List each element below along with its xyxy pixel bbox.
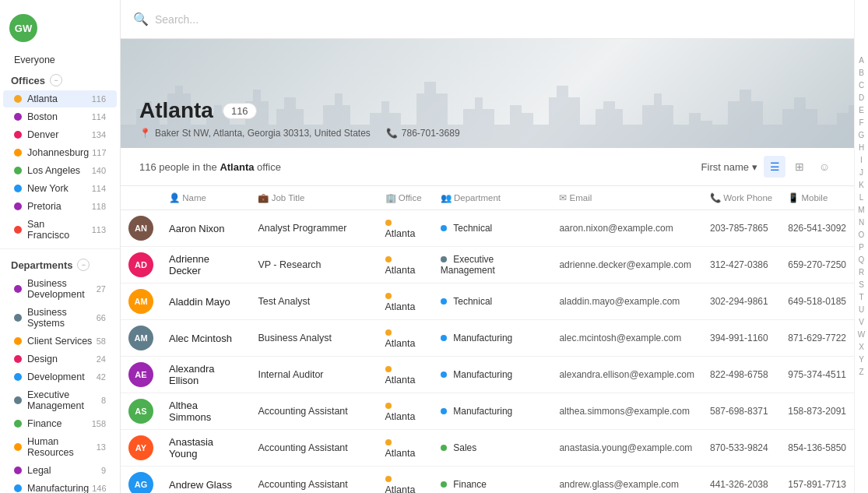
- col-department[interactable]: 👥 Department: [433, 186, 552, 210]
- table-row[interactable]: AG Andrew Glass Accounting Assistant Atl…: [121, 467, 854, 494]
- sidebar-item-dept-executive-management[interactable]: Executive Management 8: [3, 386, 117, 414]
- avatar-cell: AM: [121, 283, 161, 320]
- table-row[interactable]: AM Alec Mcintosh Business Analyst Atlant…: [121, 320, 854, 357]
- alpha-letter-l[interactable]: L: [859, 192, 864, 204]
- alpha-letter-z[interactable]: Z: [859, 366, 863, 379]
- alpha-letter-k[interactable]: K: [859, 179, 864, 192]
- sidebar-item-office-johannesburg[interactable]: Johannesburg 117: [3, 144, 117, 161]
- table-row[interactable]: AE Alexandra Ellison Internal Auditor At…: [121, 357, 854, 393]
- departments-collapse-icon[interactable]: −: [77, 259, 90, 271]
- dept-name: Client Services: [27, 336, 93, 347]
- sidebar-item-dept-design[interactable]: Design 24: [3, 350, 117, 368]
- office-title-row: Atlanta 116: [139, 98, 835, 123]
- alpha-letter-e[interactable]: E: [859, 104, 864, 117]
- mobile-cell: 659-270-7250: [780, 247, 854, 283]
- dept-name: Business Development: [27, 278, 93, 300]
- alpha-letter-u[interactable]: U: [859, 304, 864, 316]
- office-count: 114: [92, 112, 106, 121]
- sidebar-item-dept-human-resources[interactable]: Human Resources 13: [3, 433, 117, 461]
- office-address: 📍 Baker St NW, Atlanta, Georgia 30313, U…: [139, 128, 371, 139]
- alpha-letter-g[interactable]: G: [859, 129, 865, 142]
- col-office[interactable]: 🏢 Office: [378, 186, 433, 210]
- dept-name: Manufacturing: [27, 483, 89, 493]
- alpha-letter-o[interactable]: O: [859, 229, 865, 241]
- name-cell: Adrienne Decker: [161, 247, 250, 283]
- alpha-letter-n[interactable]: N: [859, 217, 864, 229]
- col-mobile[interactable]: 📱 Mobile: [780, 186, 854, 210]
- office-dot: [14, 113, 22, 121]
- list-view-button[interactable]: ☰: [764, 156, 785, 178]
- work-phone-cell: 822-498-6758: [702, 357, 780, 393]
- col-email[interactable]: ✉ Email: [551, 186, 702, 210]
- alpha-letter-r[interactable]: R: [859, 266, 864, 279]
- dept-dot: [14, 420, 22, 428]
- job-cell: Internal Auditor: [250, 357, 377, 393]
- alpha-letter-f[interactable]: F: [859, 117, 863, 129]
- sidebar-item-office-atlanta[interactable]: Atlanta 116: [3, 90, 117, 107]
- office-cell: Atlanta: [378, 320, 433, 357]
- office-dot: [14, 202, 22, 210]
- offices-collapse-icon[interactable]: −: [50, 74, 62, 86]
- office-count: 116: [92, 94, 106, 104]
- avatar-cell: AN: [121, 210, 161, 247]
- sidebar-item-dept-business-development[interactable]: Business Development 27: [3, 275, 117, 303]
- office-name: Denver: [27, 129, 89, 140]
- alpha-letter-q[interactable]: Q: [859, 254, 865, 266]
- sidebar-item-office-san francisco[interactable]: San Francisco 113: [3, 216, 117, 244]
- search-icon: 🔍: [133, 12, 149, 26]
- main-content: 🔍 Atlanta 116 📍 Baker St NW, Atlanta, Ge…: [121, 0, 854, 493]
- alpha-letter-m[interactable]: M: [858, 204, 864, 217]
- office-indicator: [385, 220, 392, 226]
- alpha-letter-d[interactable]: D: [859, 92, 864, 104]
- dept-name: Finance: [27, 418, 89, 429]
- sidebar-item-dept-business-systems[interactable]: Business Systems 66: [3, 304, 117, 332]
- table-row[interactable]: AS Althea Simmons Accounting Assistant A…: [121, 393, 854, 430]
- sidebar-everyone[interactable]: Everyone: [3, 51, 117, 69]
- alpha-letter-w[interactable]: W: [858, 329, 865, 341]
- alpha-letter-v[interactable]: V: [859, 316, 864, 329]
- search-input[interactable]: [155, 13, 842, 26]
- alpha-letter-c[interactable]: C: [859, 79, 864, 92]
- alpha-letter-s[interactable]: S: [859, 279, 864, 291]
- col-workphone[interactable]: 📞 Work Phone: [702, 186, 780, 210]
- offices-list: Atlanta 116 Boston 114 Denver 134 Johann…: [0, 90, 120, 244]
- col-name[interactable]: 👤 Name: [161, 186, 250, 210]
- alpha-letter-j[interactable]: J: [859, 167, 863, 179]
- sidebar-item-office-new york[interactable]: New York 114: [3, 180, 117, 197]
- office-cell: Atlanta: [378, 247, 433, 283]
- sidebar-item-dept-legal[interactable]: Legal 9: [3, 462, 117, 479]
- sort-button[interactable]: First name ▾: [701, 161, 757, 173]
- alpha-letter-x[interactable]: X: [859, 341, 864, 354]
- alpha-letter-p[interactable]: P: [859, 241, 864, 254]
- sidebar-item-office-pretoria[interactable]: Pretoria 118: [3, 198, 117, 215]
- table-row[interactable]: AN Aaron Nixon Analyst Programmer Atlant…: [121, 210, 854, 247]
- sidebar-item-office-boston[interactable]: Boston 114: [3, 108, 117, 125]
- alpha-letter-a[interactable]: A: [859, 55, 864, 67]
- office-cell: Atlanta: [378, 210, 433, 247]
- alpha-letter-t[interactable]: T: [859, 291, 863, 304]
- sidebar-item-dept-client-services[interactable]: Client Services 58: [3, 333, 117, 350]
- grid-view-button[interactable]: ⊞: [789, 156, 810, 178]
- alpha-letter-y[interactable]: Y: [859, 354, 864, 366]
- avatar-cell: AS: [121, 393, 161, 430]
- sidebar-item-dept-development[interactable]: Development 42: [3, 368, 117, 386]
- dept-cell: Executive Management: [433, 247, 552, 283]
- sidebar-item-office-los angeles[interactable]: Los Angeles 140: [3, 162, 117, 179]
- office-name: Boston: [27, 111, 89, 122]
- sidebar-item-office-denver[interactable]: Denver 134: [3, 126, 117, 143]
- col-jobtitle[interactable]: 💼 Job Title: [250, 186, 377, 210]
- table-row[interactable]: AY Anastasia Young Accounting Assistant …: [121, 430, 854, 467]
- dept-cell: Manufacturing: [433, 393, 552, 430]
- table-row[interactable]: AM Aladdin Mayo Test Analyst Atlanta Tec…: [121, 283, 854, 320]
- table-wrapper: 👤 Name 💼 Job Title 🏢 Office 👥 Department…: [121, 186, 854, 493]
- office-indicator: [385, 256, 392, 262]
- sidebar-item-dept-finance[interactable]: Finance 158: [3, 415, 117, 432]
- sidebar-item-dept-manufacturing[interactable]: Manufacturing 146: [3, 480, 117, 493]
- dept-dot: [14, 314, 22, 322]
- mobile-cell: 157-891-7713: [780, 467, 854, 494]
- table-row[interactable]: AD Adrienne Decker VP - Research Atlanta…: [121, 247, 854, 283]
- card-view-button[interactable]: ☺: [814, 156, 835, 178]
- alpha-letter-i[interactable]: I: [860, 154, 863, 167]
- alpha-letter-b[interactable]: B: [859, 67, 864, 79]
- alpha-letter-h[interactable]: H: [859, 142, 864, 154]
